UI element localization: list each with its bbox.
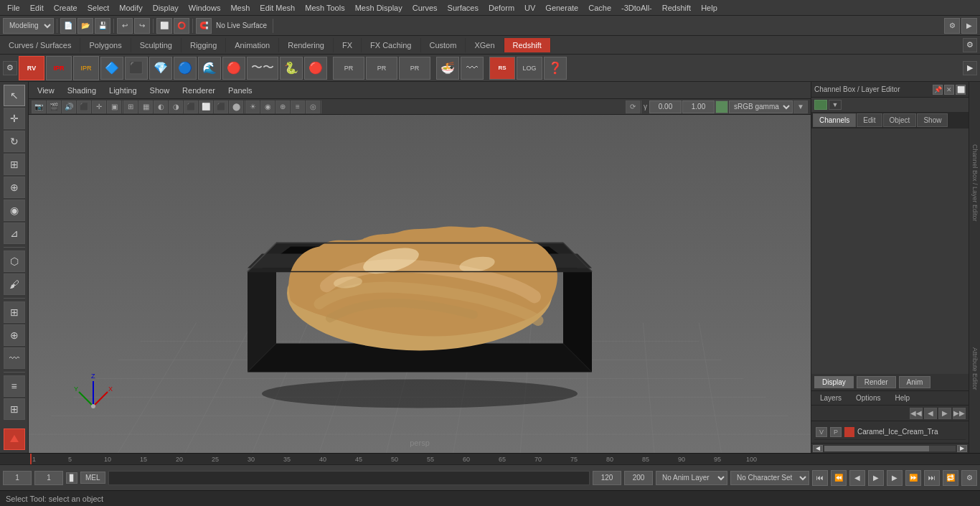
move-tool-btn[interactable]: ✛ [4, 108, 25, 129]
select-tool-btn[interactable]: ↖ [4, 85, 25, 106]
scroll-thumb[interactable] [824, 446, 929, 451]
prev-frame-btn[interactable]: ◀ [849, 470, 865, 486]
vp-fog-icon[interactable]: ≡ [291, 100, 305, 113]
menu-windows[interactable]: Windows [184, 2, 225, 14]
shelf-icon-rv[interactable]: RV [19, 56, 44, 80]
vp-light-icon[interactable]: ☀ [245, 100, 260, 113]
menu-modify[interactable]: Modify [115, 2, 146, 14]
lasso-btn[interactable]: ⭕ [174, 18, 189, 34]
tab-object[interactable]: Object [883, 113, 917, 127]
subtab-help[interactable]: Help [889, 393, 915, 403]
menu-curves[interactable]: Curves [408, 2, 442, 14]
scale-tool-btn[interactable]: ⊞ [4, 154, 25, 175]
scroll-right-btn[interactable]: ▶ [957, 445, 967, 452]
tab-redshift[interactable]: Redshift [504, 38, 551, 52]
vp-shade2-icon[interactable]: ◑ [169, 100, 183, 113]
tab-animation[interactable]: Animation [226, 38, 279, 52]
color-swatch-green[interactable] [814, 100, 827, 110]
shelf-icon-rs5[interactable]: 🌊 [198, 57, 221, 80]
undo-btn[interactable]: ↩ [117, 18, 133, 34]
menu-mesh[interactable]: Mesh [226, 2, 254, 14]
paint-sel-btn[interactable]: 🖌 [4, 273, 25, 295]
rotate-tool-btn[interactable]: ↻ [4, 131, 25, 152]
vp-mask-icon[interactable]: ▣ [107, 100, 121, 113]
snap-point-btn[interactable]: ⊕ [4, 324, 25, 346]
menu-create[interactable]: Create [50, 2, 82, 14]
vp-grid-icon[interactable]: ⊞ [123, 100, 138, 113]
end-frame-input[interactable] [593, 471, 621, 485]
shelf-pr2[interactable]: PR [366, 57, 397, 80]
anim-layer-select[interactable]: No Anim Layer [656, 471, 727, 485]
show-manip-btn[interactable]: ⊿ [4, 222, 25, 244]
vp-playback-icon[interactable]: ⟳ [626, 100, 640, 113]
color-space-select[interactable]: sRGB gamma [729, 100, 793, 113]
menu-cache[interactable]: Cache [584, 2, 616, 14]
layer-tab-render[interactable]: Render [857, 376, 896, 388]
tab-rigging[interactable]: Rigging [182, 38, 226, 52]
anim-settings-btn[interactable]: ⚙ [961, 470, 977, 486]
vp-shade1-icon[interactable]: ◐ [154, 100, 168, 113]
vp-shade3-icon[interactable]: ⬛ [184, 100, 198, 113]
layer-icon-next2[interactable]: ▶▶ [953, 408, 966, 419]
shelf-right-btn[interactable]: ▶ [963, 61, 977, 75]
loop-btn[interactable]: 🔁 [943, 470, 958, 486]
max-frame-input[interactable] [624, 471, 653, 485]
tab-fx[interactable]: FX [334, 38, 362, 52]
vp-menu-panels[interactable]: Panels [222, 85, 258, 96]
universal-manip-btn[interactable]: ⊕ [4, 177, 25, 198]
layer-icon-next[interactable]: ▶ [938, 408, 951, 419]
vp-expand-icon[interactable]: ▼ [793, 100, 808, 113]
menu-display[interactable]: Display [149, 2, 183, 14]
shelf-icon-rs8[interactable]: 🐍 [280, 57, 303, 80]
vp-smooth-icon[interactable]: ⬛ [214, 100, 228, 113]
layer-visibility-btn[interactable]: V [816, 427, 827, 437]
timeline-ruler[interactable]: 1 5 10 15 20 25 30 35 40 45 50 55 60 65 … [0, 453, 980, 464]
vp-menu-renderer[interactable]: Renderer [176, 85, 221, 96]
color-swatch-btn[interactable]: ▼ [829, 100, 842, 110]
snap-curve-btn[interactable]: 〰 [4, 347, 25, 369]
shelf-settings-icon[interactable]: ⚙ [3, 61, 17, 75]
vp-sound-icon[interactable]: 🔊 [62, 100, 76, 113]
menu-redshift[interactable]: Redshift [658, 2, 695, 14]
menu-surfaces[interactable]: Surfaces [443, 2, 483, 14]
frame-slider-thumb[interactable]: ▊ [66, 472, 77, 484]
menu-select[interactable]: Select [83, 2, 114, 14]
open-scene-btn[interactable]: 📂 [77, 18, 93, 34]
shelf-icon-log[interactable]: LOG [517, 57, 542, 80]
play-start-btn[interactable]: ⏮ [812, 470, 828, 486]
tab-rendering[interactable]: Rendering [279, 38, 334, 52]
mel-btn[interactable]: MEL [80, 472, 105, 484]
vp-wireframe-icon[interactable]: ▦ [138, 100, 153, 113]
layer-tab-anim[interactable]: Anim [899, 376, 931, 388]
tab-curves-surfaces[interactable]: Curves / Surfaces [0, 38, 80, 52]
vp-xray-icon[interactable]: ⬜ [199, 100, 213, 113]
layer-playback-btn[interactable]: P [830, 427, 842, 437]
prev-key-btn[interactable]: ⏪ [831, 470, 847, 486]
shelf-icon-question[interactable]: ❓ [544, 57, 567, 80]
menu-edit[interactable]: Edit [26, 2, 48, 14]
layer-icon-prev2[interactable]: ◀ [924, 408, 937, 419]
shelf-icon-rs-logo[interactable]: RS [489, 57, 515, 80]
panel-close-icon[interactable]: ✕ [944, 85, 954, 95]
shelf-icon-rs9[interactable]: 🔴 [304, 57, 327, 80]
gamma-scale-input[interactable] [682, 100, 715, 113]
next-frame-btn[interactable]: ▶ [887, 470, 903, 486]
redshift-btn[interactable] [4, 428, 25, 450]
menu-mesh-tools[interactable]: Mesh Tools [301, 2, 349, 14]
vp-shadow-icon[interactable]: ◉ [260, 100, 275, 113]
shelf-icon-ipr2[interactable]: IPR [73, 56, 99, 80]
shelf-icon-wave[interactable]: 〰 [461, 57, 484, 80]
shelf-pr1[interactable]: PR [333, 57, 364, 80]
shelf-icon-rs6[interactable]: 🔴 [222, 57, 245, 80]
vp-menu-lighting[interactable]: Lighting [103, 85, 143, 96]
tab-sculpting[interactable]: Sculpting [131, 38, 182, 52]
tab-custom[interactable]: Custom [421, 38, 466, 52]
save-scene-btn[interactable]: 💾 [95, 18, 110, 34]
select-btn[interactable]: ⬜ [156, 18, 172, 34]
pin-icon[interactable]: 📌 [933, 85, 943, 95]
shelf-icon-rs2[interactable]: ⬛ [125, 57, 148, 80]
tab-fx-caching[interactable]: FX Caching [362, 38, 420, 52]
start-frame-input[interactable] [3, 471, 32, 485]
gamma-value-input[interactable] [649, 100, 682, 113]
attribute-editor-tab[interactable]: Channel Box / Layer Editor Attribute Edi… [969, 82, 980, 453]
